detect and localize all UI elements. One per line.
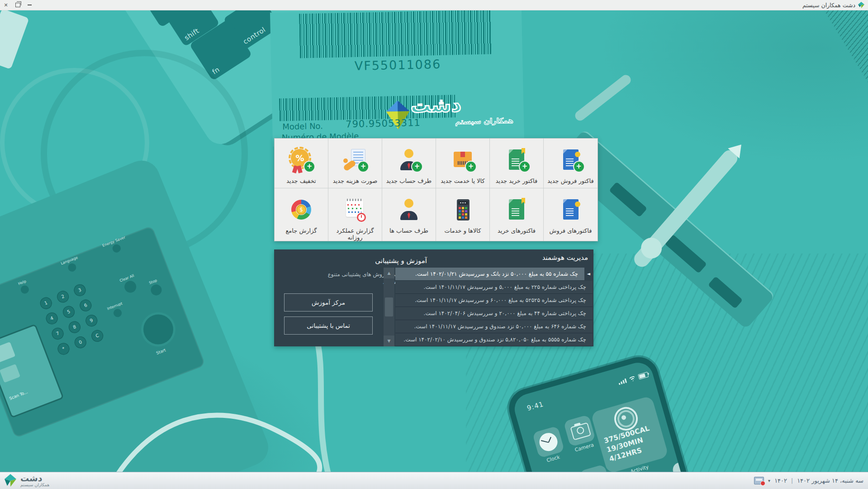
- list-item[interactable]: چک پرداختی شماره ۲۲۵ به مبلغ ۵,۰۰۰ و سرر…: [395, 281, 593, 294]
- printer-keypad: 1 2 3 4 5 6 7 8 9 * 0 C: [35, 278, 112, 360]
- minimize-button[interactable]: [24, 0, 35, 10]
- calendar-report-icon: [342, 197, 368, 223]
- plus-badge-icon: +: [573, 161, 585, 173]
- quick-action-label: کالا یا خدمت جدید: [441, 177, 484, 184]
- paper-edge: [0, 9, 29, 70]
- quick-action-label: فاکتورهای خرید: [498, 227, 536, 234]
- brand-name: دشت: [20, 474, 43, 482]
- quick-action-new-sales-invoice[interactable]: + فاکتور فروش جدید: [544, 139, 598, 188]
- keyboard-language-icon[interactable]: [754, 477, 764, 484]
- contact-support-button[interactable]: تماس با پشتیبانی: [284, 316, 373, 335]
- smartphone: 9:41 375/500CAL 19/30MIN 4/12HRS Clo: [504, 352, 730, 489]
- new-purchase-invoice-icon: +: [504, 148, 529, 173]
- app-logo-icon: [858, 2, 864, 8]
- keypad-key: 7: [50, 326, 66, 341]
- notifications-list: ▲ ▼ چک شماره ۵۵ به مبلغ ۵۰,۰۰۰ نزد بانک …: [384, 268, 593, 346]
- person-icon: [396, 197, 422, 223]
- barcode-top: [299, 10, 492, 58]
- title-bar: ✕ دشت همکاران سیستم: [0, 0, 868, 10]
- phone-time: 9:41: [526, 400, 545, 412]
- quick-action-label: طرف حساب جدید: [386, 177, 432, 184]
- list-scrollbar[interactable]: ▲ ▼: [384, 268, 394, 346]
- plus-badge-icon: +: [357, 161, 369, 173]
- maximize-button[interactable]: [12, 0, 24, 10]
- window-title: دشت همکاران سیستم: [802, 2, 855, 9]
- selected-row-marker-icon: ◄: [587, 272, 590, 276]
- printer-help-button: Help: [18, 279, 30, 295]
- chevron-down-icon[interactable]: ▾: [768, 478, 770, 483]
- dasht-logo-icon: [4, 474, 17, 487]
- keypad-key: C: [90, 328, 105, 344]
- quick-action-label: فاکتور خرید جدید: [496, 177, 538, 184]
- quick-action-comprehensive-report[interactable]: $ گزارش جامع: [275, 188, 328, 241]
- quick-action-new-account-party[interactable]: + طرف حساب جدید: [382, 139, 436, 188]
- device-apps-icon: [450, 197, 475, 223]
- quick-action-label: گزارش جامع: [285, 227, 317, 234]
- signal-icon: [618, 379, 627, 385]
- quick-action-new-purchase-invoice[interactable]: + فاکتور خرید جدید: [490, 139, 544, 188]
- quick-action-new-discount[interactable]: % + تخفیف جدید: [275, 139, 328, 188]
- keypad-key: 0: [73, 335, 88, 350]
- list-item-selected[interactable]: چک شماره ۵۵ به مبلغ ۵۰,۰۰۰ نزد بانک و سر…: [395, 268, 584, 281]
- keypad-key: 1: [38, 296, 54, 311]
- list-item[interactable]: چک شماره ۵۵۵۵ به مبلغ ۵,۸۲۰,۰۵۰ نزد صندو…: [395, 333, 593, 346]
- printer-stop-button: Stop: [147, 278, 163, 297]
- quick-action-label: فاکتور فروش جدید: [547, 177, 593, 184]
- plus-badge-icon: +: [465, 161, 477, 173]
- desktop-background: shift control fn VF55011086 دشت همکاران …: [0, 0, 868, 489]
- support-section-title: آموزش و پشتیبانی: [285, 257, 427, 265]
- quick-action-daily-report[interactable]: گزارش عملکرد روزانه: [328, 188, 382, 241]
- close-button[interactable]: ✕: [0, 0, 12, 10]
- list-item[interactable]: چک پرداختی شماره ۵۲۵۲۵ به مبلغ ۶۰,۰۰۰ و …: [395, 294, 593, 307]
- quick-action-products-services[interactable]: کالاها و خدمات: [436, 188, 490, 241]
- key-label: fn: [211, 65, 221, 76]
- quick-action-label: کالاها و خدمات: [445, 227, 481, 234]
- printer-screen-label: Scan To...: [9, 390, 28, 401]
- quick-action-new-expense[interactable]: + صورت هزینه جدید: [328, 139, 382, 188]
- quick-actions-grid: % + تخفیف جدید + صورت هزینه جدید + طرف ح…: [274, 138, 598, 241]
- quick-action-sales-invoices[interactable]: فاکتورهای فروش: [544, 188, 598, 241]
- status-bar-right: ▾ ۱۴۰۲ | سه شنبه، ۱۴ شهریور ۱۴۰۲: [754, 472, 863, 489]
- training-center-button[interactable]: مرکز آموزش: [284, 293, 373, 312]
- scroll-up-button[interactable]: ▲: [384, 268, 394, 278]
- quick-action-new-product[interactable]: + کالا یا خدمت جدید: [436, 139, 490, 188]
- list-item[interactable]: چک پرداختی شماره ۴۴ به مبلغ ۲۰,۰۰۰ و سرر…: [395, 307, 593, 320]
- quick-action-purchase-invoices[interactable]: فاکتورهای خرید: [490, 188, 544, 241]
- plus-badge-icon: +: [411, 161, 423, 173]
- printer-start-label: Start: [156, 348, 166, 355]
- keypad-key: 4: [44, 311, 60, 326]
- printer-interrupt-button: Interrupt: [107, 302, 127, 320]
- status-bar: دشت همکاران سیستم ▾ ۱۴۰۲ | سه شنبه، ۱۴ ش…: [0, 472, 868, 489]
- battery-icon: [638, 372, 649, 380]
- notification-rows: چک شماره ۵۵ به مبلغ ۵۰,۰۰۰ نزد بانک و سر…: [395, 268, 593, 346]
- printer-start-button: [139, 310, 177, 349]
- quick-action-account-parties[interactable]: طرف حساب ها: [382, 188, 436, 241]
- keypad-key: 3: [72, 283, 88, 298]
- plus-badge-icon: +: [304, 161, 315, 173]
- scrollbar-thumb[interactable]: [385, 297, 393, 316]
- quick-action-label: صورت هزینه جدید: [333, 177, 377, 184]
- new-product-icon: +: [450, 148, 475, 173]
- quick-action-label: تخفیف جدید: [286, 177, 316, 184]
- list-item[interactable]: چک شماره ۶۴۶ به مبلغ ۵۰,۰۰۰ نزد صندوق و …: [395, 320, 593, 333]
- pen-shadow: [573, 73, 633, 123]
- scroll-down-button[interactable]: ▼: [384, 336, 394, 346]
- quick-action-label: فاکتورهای فروش: [550, 227, 592, 234]
- plus-badge-icon: +: [519, 161, 531, 173]
- quick-action-label: گزارش عملکرد روزانه: [328, 227, 382, 241]
- status-bar-brand: دشت همکاران سیستم: [4, 474, 49, 487]
- current-date: سه شنبه، ۱۴ شهریور ۱۴۰۲: [797, 477, 863, 484]
- new-person-icon: +: [396, 148, 422, 173]
- keypad-key: 6: [78, 298, 94, 313]
- keypad-key: 8: [67, 320, 82, 335]
- keypad-key: 2: [55, 289, 71, 304]
- fiscal-year[interactable]: ۱۴۰۲: [774, 477, 787, 484]
- app-window: shift control fn VF55011086 دشت همکاران …: [0, 0, 868, 489]
- barcode-label: VF55011086 دشت همکاران سیستم Model No. 7…: [270, 7, 524, 147]
- label-brand-text: دشت: [410, 93, 461, 117]
- keypad-key: *: [56, 341, 71, 357]
- keypad-key: 9: [84, 313, 99, 328]
- phone-status-icons: [618, 372, 649, 385]
- barcode-number: VF55011086: [325, 57, 470, 74]
- label-brand-subtext: همکاران سیستم: [455, 116, 513, 126]
